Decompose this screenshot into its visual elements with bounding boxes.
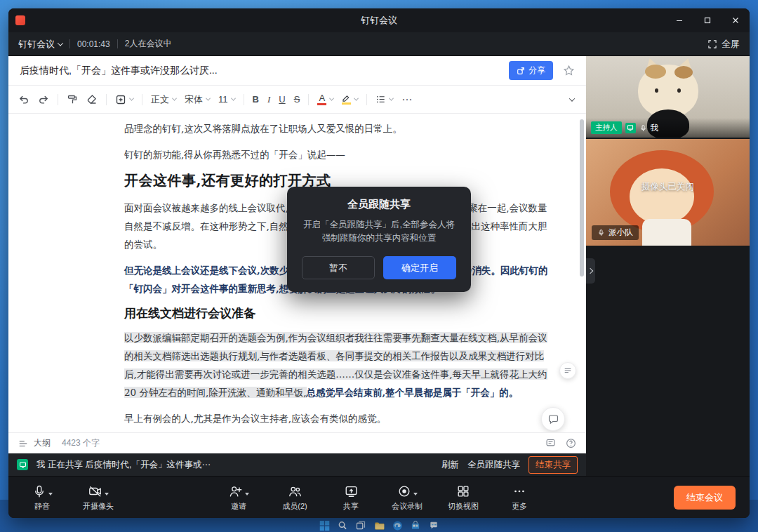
mic-icon: [32, 484, 46, 498]
close-button[interactable]: [722, 8, 750, 32]
host-badge: 主持人: [591, 121, 622, 134]
chevron-down-icon[interactable]: [48, 493, 53, 496]
divider: [244, 94, 244, 105]
font-size-dropdown[interactable]: 11: [218, 94, 235, 105]
avatar-art: [642, 219, 691, 246]
bold-button[interactable]: B: [253, 94, 259, 105]
grid-view-icon: [456, 484, 470, 498]
members-label: 成员(2): [282, 501, 307, 512]
members-icon: [288, 484, 302, 498]
mic-icon: [639, 124, 647, 132]
chevron-down-icon[interactable]: [245, 493, 249, 496]
word-count: 4423 个字: [62, 437, 100, 449]
invite-icon: [228, 484, 243, 498]
refresh-button[interactable]: 刷新: [441, 459, 459, 471]
more-button[interactable]: 更多: [504, 484, 535, 512]
search-icon[interactable]: [338, 520, 348, 531]
toolbar-more-button[interactable]: ⋯: [401, 93, 413, 106]
mute-label: 静音: [34, 501, 50, 512]
undo-button[interactable]: [18, 94, 29, 105]
desktop: 钉钉会议 钉钉会议 00:01:43 2人在会议中: [0, 0, 758, 532]
dialog-confirm-button[interactable]: 确定开启: [383, 256, 456, 279]
paragraph-style-dropdown[interactable]: 正文: [151, 93, 176, 106]
record-icon: [397, 484, 411, 498]
comment-anchor-icon[interactable]: [559, 362, 576, 379]
divider: [308, 94, 309, 105]
chevron-down-icon: [129, 96, 134, 101]
font-color-dropdown[interactable]: A: [317, 94, 333, 105]
doc-share-button[interactable]: 分享: [509, 61, 553, 80]
end-meeting-button[interactable]: 结束会议: [674, 486, 736, 510]
insert-block-dropdown[interactable]: [115, 94, 133, 105]
highlight-color-dropdown[interactable]: [342, 94, 358, 105]
list-dropdown[interactable]: [375, 94, 393, 105]
divider: [58, 94, 58, 105]
follow-all-button[interactable]: 全员跟随共享: [467, 459, 520, 471]
doc-paragraph-highlighted: 以少数派编辑部定期召开的选题会为例,作为会议组织者我往往需要事先翻查大量在线文档…: [124, 328, 552, 401]
store-icon[interactable]: [411, 520, 421, 531]
participant-name: 我: [651, 123, 659, 133]
file-explorer-icon[interactable]: [374, 520, 385, 531]
stop-sharing-button[interactable]: 结束共享: [528, 456, 578, 474]
camera-label: 开摄像头: [83, 501, 114, 512]
outline-icon: [18, 439, 28, 448]
meeting-title-dropdown[interactable]: 钉钉会议: [18, 38, 62, 51]
format-painter-button[interactable]: [67, 94, 78, 105]
chevron-down-icon: [58, 40, 63, 46]
invite-label: 邀请: [231, 501, 246, 512]
doc-paragraph: 品理念的钉钉,这次又将落脚点放在了让职场人又爱又恨的日常上。: [124, 119, 552, 138]
members-button[interactable]: 成员(2): [279, 484, 310, 512]
favorite-star-icon[interactable]: [563, 65, 575, 77]
maximize-button[interactable]: [693, 8, 722, 32]
divider: [366, 94, 367, 105]
invite-button[interactable]: 邀请: [223, 484, 254, 512]
chat-icon[interactable]: [429, 520, 439, 531]
cat-art: [655, 88, 658, 93]
chevron-down-icon: [230, 96, 235, 101]
document-toolbar: 正文 宋体 11 B I U S: [8, 86, 586, 114]
italic-button[interactable]: I: [267, 94, 270, 105]
camera-off-text: 摄像头已关闭: [586, 181, 750, 193]
outline-toggle[interactable]: 大纲: [34, 437, 51, 449]
comment-bubble-button[interactable]: [541, 407, 565, 431]
font-value: 宋体: [185, 93, 203, 106]
cat-art: [674, 66, 693, 79]
chevron-down-icon[interactable]: [105, 493, 109, 496]
doc-scrollbar[interactable]: [580, 119, 584, 277]
collapse-toolbar-button[interactable]: [570, 98, 576, 102]
edge-browser-icon[interactable]: [392, 520, 403, 531]
dialog-cancel-button[interactable]: 暂不: [302, 256, 375, 279]
underline-button[interactable]: U: [279, 94, 285, 105]
doc-heading: 用在线文档进行会议准备: [124, 305, 552, 321]
cat-art: [645, 65, 666, 79]
redo-button[interactable]: [38, 94, 49, 105]
mute-button[interactable]: 静音: [27, 484, 58, 512]
chevron-down-icon: [206, 96, 211, 101]
help-icon[interactable]: [566, 438, 576, 448]
sidebar-collapse-button[interactable]: [586, 258, 595, 284]
record-button[interactable]: 会议录制: [392, 484, 423, 512]
eraser-button[interactable]: [86, 94, 98, 105]
share-icon: [517, 67, 525, 75]
chevron-down-icon[interactable]: [413, 493, 418, 496]
fullscreen-button[interactable]: 全屏: [707, 38, 740, 51]
windows-start-icon[interactable]: [319, 520, 330, 531]
strikethrough-button[interactable]: S: [294, 94, 300, 105]
style-value: 正文: [151, 93, 169, 106]
camera-button[interactable]: 开摄像头: [83, 484, 114, 512]
document-title: 后疫情时代,「开会」这件事或许没那么讨厌...: [20, 65, 509, 77]
task-view-icon[interactable]: [356, 520, 366, 531]
more-label: 更多: [512, 501, 527, 512]
comments-icon[interactable]: [545, 438, 556, 448]
switch-view-button[interactable]: 切换视图: [448, 484, 479, 512]
chevron-down-icon: [389, 96, 394, 101]
minimize-button[interactable]: [665, 8, 693, 32]
share-screen-button[interactable]: 共享: [335, 484, 366, 512]
doc-paragraph: 早上有例会的人,尤其是作为会议主持者,应该会有类似的感觉。: [124, 409, 552, 427]
window-title: 钉钉会议: [361, 14, 397, 27]
video-tile-self[interactable]: 主持人 我: [586, 56, 750, 138]
participant-name-pill: 派小队: [592, 225, 639, 240]
font-family-dropdown[interactable]: 宋体: [185, 93, 210, 106]
video-tile-participant[interactable]: 摄像头已关闭 派小队: [586, 139, 750, 246]
screen-share-indicator-icon: [17, 459, 28, 470]
